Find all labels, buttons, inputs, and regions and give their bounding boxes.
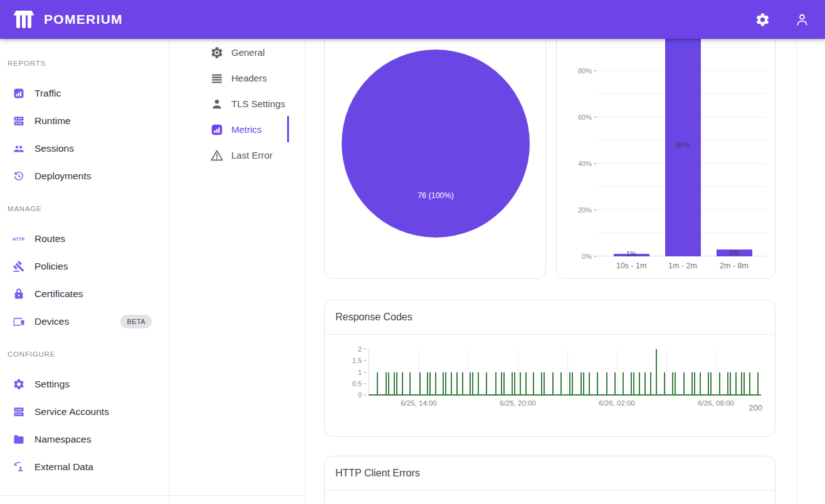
tab-headers[interactable]: Headers	[169, 65, 305, 91]
tab-tls-settings[interactable]: TLS Settings	[169, 91, 305, 117]
tab-label: Last Error	[231, 150, 273, 160]
subnav-divider	[169, 495, 305, 496]
sidebar-item-routes[interactable]: HTTP Routes	[0, 225, 169, 253]
section-label-reports: REPORTS	[8, 60, 46, 67]
duration-histogram-card: 0%20%40%60%80% 1%10s - 1m96%1m - 2m3%2m …	[556, 39, 775, 279]
sidebar-item-label: Service Accounts	[34, 406, 109, 417]
sidebar-item-label: Certificates	[34, 288, 83, 300]
response-codes-chart	[369, 349, 761, 395]
card-header: HTTP Client Errors	[325, 456, 775, 491]
pie-slice-label: 76 (100%)	[342, 191, 530, 200]
lock-icon	[13, 288, 25, 300]
http-client-errors-card: HTTP Client Errors	[324, 456, 775, 504]
pomerium-logo[interactable]: POMERIUM	[11, 9, 123, 30]
pie-chart	[342, 50, 530, 238]
list-icon	[210, 71, 224, 85]
sidebar-item-label: Runtime	[34, 115, 71, 127]
person-icon	[210, 97, 224, 111]
dns-icon	[13, 406, 25, 418]
tab-label: Metrics	[231, 124, 261, 135]
sidebar-item-devices[interactable]: Devices BETA	[0, 308, 169, 335]
history-icon	[13, 170, 25, 182]
main-content: 76 (100%) 0%20%40%60%80% 1%10s - 1m96%1m…	[305, 39, 825, 504]
sidebar-item-label: Policies	[34, 261, 68, 272]
app-header: POMERIUM	[0, 0, 825, 39]
pomerium-logo-icon	[11, 9, 36, 30]
groups-icon	[13, 142, 25, 155]
sidebar-item-namespaces[interactable]: Namespaces	[0, 426, 169, 453]
sidebar-item-label: Deployments	[34, 171, 91, 182]
sidebar-item-label: Sessions	[34, 143, 74, 154]
secondary-sidebar: General Headers TLS Settings Metrics Las…	[169, 39, 305, 504]
gear-outline-icon	[210, 46, 224, 60]
sidebar-item-certificates[interactable]: Certificates	[0, 280, 169, 308]
section-label-configure: CONFIGURE	[8, 350, 55, 358]
warning-icon	[210, 149, 224, 162]
sidebar-item-external-data[interactable]: External Data	[0, 453, 169, 481]
tab-general[interactable]: General	[169, 39, 305, 65]
http-icon: HTTP	[13, 233, 25, 245]
sidebar-item-policies[interactable]: Policies	[0, 253, 169, 280]
card-title: HTTP Client Errors	[335, 468, 420, 479]
folder-icon	[13, 433, 25, 446]
scrollbar[interactable]	[796, 39, 825, 504]
tab-last-error[interactable]: Last Error	[169, 142, 305, 168]
brand-name: POMERIUM	[44, 12, 123, 27]
tab-label: General	[231, 47, 265, 58]
metrics-chart-icon	[210, 123, 224, 137]
duration-histogram-y-axis: 0%20%40%60%80%	[557, 39, 597, 256]
sidebar-item-label: Traffic	[34, 88, 61, 99]
sidebar-item-label: External Data	[34, 461, 93, 473]
active-tab-indicator	[287, 116, 289, 142]
sidebar-item-label: Namespaces	[34, 434, 91, 445]
traffic-chart-icon	[13, 87, 25, 100]
sidebar-item-label: Routes	[34, 233, 65, 244]
sync-person-icon	[13, 461, 25, 473]
card-title: Response Codes	[335, 312, 413, 323]
sidebar-item-settings[interactable]: Settings	[0, 370, 169, 398]
primary-sidebar: REPORTS Traffic Runtime Sessions Deploym…	[0, 39, 169, 504]
response-codes-y-axis: 00.511.52	[340, 349, 366, 395]
dns-icon	[13, 115, 25, 127]
requests-pie-card: 76 (100%)	[324, 39, 546, 279]
series-legend-200: 200	[749, 403, 762, 412]
card-header: Response Codes	[325, 300, 775, 335]
sidebar-item-runtime[interactable]: Runtime	[0, 107, 169, 135]
section-label-manage: MANAGE	[8, 205, 42, 213]
devices-icon	[13, 315, 25, 328]
gavel-icon	[13, 260, 25, 273]
settings-gear-icon[interactable]	[755, 12, 770, 28]
sidebar-item-sessions[interactable]: Sessions	[0, 135, 169, 162]
beta-badge: BETA	[120, 315, 152, 328]
sidebar-item-label: Devices	[34, 316, 69, 327]
sidebar-item-deployments[interactable]: Deployments	[0, 162, 169, 190]
tab-label: TLS Settings	[231, 98, 285, 109]
sidebar-divider	[0, 495, 169, 496]
user-account-icon[interactable]	[794, 12, 810, 28]
tab-label: Headers	[231, 73, 267, 83]
sidebar-item-service-accounts[interactable]: Service Accounts	[0, 398, 169, 426]
response-codes-card: Response Codes 00.511.52 200 6/25, 14:00…	[324, 300, 775, 437]
sidebar-item-label: Settings	[34, 379, 70, 390]
tab-metrics[interactable]: Metrics	[169, 117, 305, 142]
sidebar-item-traffic[interactable]: Traffic	[0, 80, 169, 107]
duration-histogram-chart: 1%10s - 1m96%1m - 2m3%2m - 8m	[597, 39, 766, 256]
gear-icon	[13, 378, 25, 391]
